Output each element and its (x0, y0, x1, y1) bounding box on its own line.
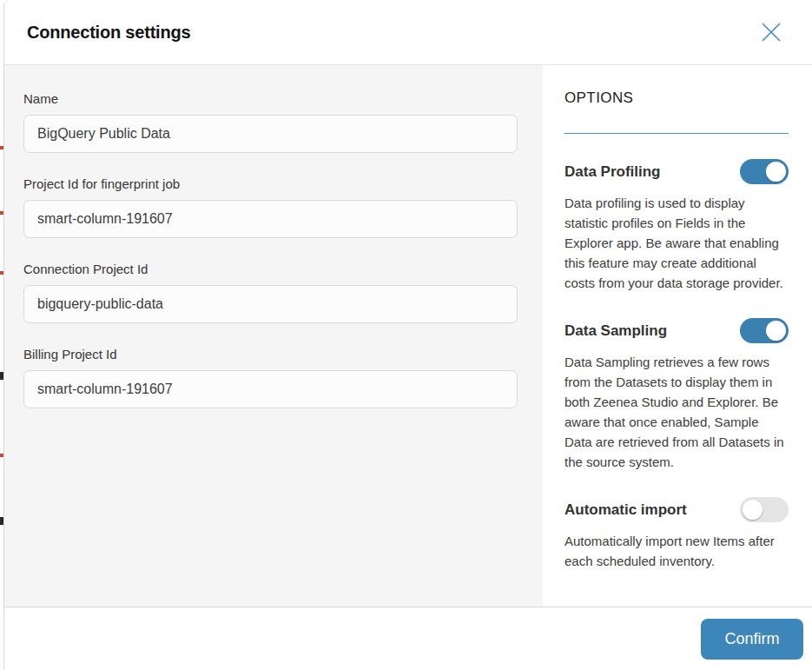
confirm-button[interactable]: Confirm (701, 619, 803, 660)
fingerprint-project-id-label: Project Id for fingerprint job (23, 176, 518, 191)
connection-form: Name Project Id for fingerprint job Conn… (4, 65, 543, 607)
edge-artifact (0, 517, 3, 525)
field-fingerprint-project-id: Project Id for fingerprint job (23, 176, 518, 238)
automatic-import-title: Automatic import (564, 501, 687, 519)
automatic-import-description: Automatically import new Items after eac… (564, 531, 789, 571)
data-sampling-toggle[interactable] (740, 318, 789, 343)
automatic-import-toggle[interactable] (740, 497, 789, 522)
toggle-knob (766, 321, 786, 341)
connection-settings-dialog: Connection settings Name Project Id for … (4, 0, 812, 670)
billing-project-id-input[interactable] (23, 370, 518, 408)
connection-project-id-label: Connection Project Id (23, 262, 518, 276)
edge-artifact (0, 146, 3, 149)
edge-artifact (0, 271, 3, 275)
option-automatic-import: Automatic import Automatically import ne… (564, 497, 789, 571)
options-divider (564, 133, 789, 134)
option-data-sampling: Data Sampling Data Sampling retrieves a … (564, 318, 789, 472)
connection-project-id-input[interactable] (23, 285, 518, 323)
name-input[interactable] (23, 115, 518, 153)
name-label: Name (23, 91, 518, 106)
toggle-knob (766, 162, 786, 182)
data-profiling-toggle[interactable] (740, 159, 789, 184)
data-profiling-title: Data Profiling (564, 163, 661, 181)
toggle-knob (743, 500, 762, 520)
edge-artifact (0, 454, 3, 457)
close-icon (760, 33, 782, 46)
edge-artifact (0, 211, 3, 215)
data-profiling-description: Data profiling is used to display statis… (564, 193, 789, 293)
fingerprint-project-id-input[interactable] (23, 200, 518, 238)
dialog-body: Name Project Id for fingerprint job Conn… (4, 65, 812, 607)
close-button[interactable] (756, 17, 786, 47)
dialog-header: Connection settings (4, 0, 812, 65)
field-name: Name (23, 91, 518, 153)
data-sampling-description: Data Sampling retrieves a few rows from … (564, 352, 789, 472)
field-connection-project-id: Connection Project Id (23, 262, 518, 323)
edge-artifact (0, 372, 3, 380)
data-sampling-title: Data Sampling (564, 322, 667, 340)
options-heading: OPTIONS (564, 90, 789, 107)
field-billing-project-id: Billing Project Id (23, 347, 518, 408)
dialog-title: Connection settings (27, 23, 190, 43)
billing-project-id-label: Billing Project Id (23, 347, 518, 362)
dialog-footer: Confirm (4, 607, 812, 670)
options-panel: OPTIONS Data Profiling Data profiling is… (543, 65, 812, 607)
option-data-profiling: Data Profiling Data profiling is used to… (564, 159, 789, 293)
